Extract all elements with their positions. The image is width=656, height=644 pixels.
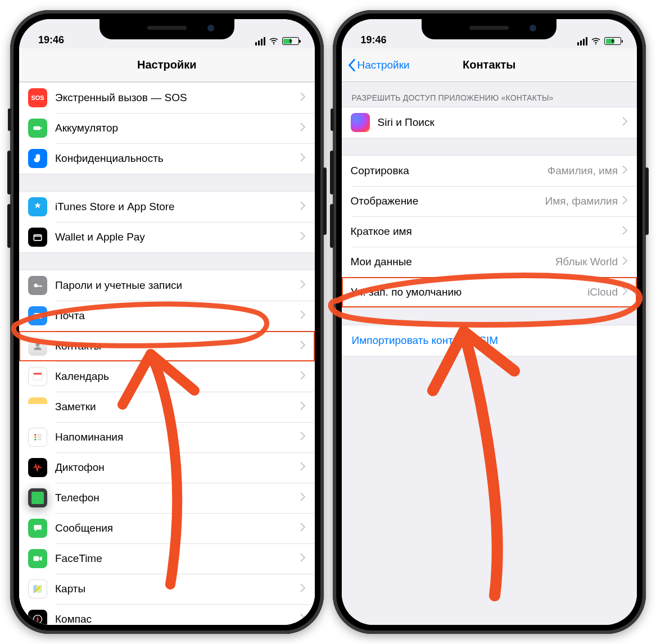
svg-rect-3 <box>34 235 41 241</box>
row-contacts[interactable]: Контакты <box>19 331 315 361</box>
chevron-right-icon <box>622 226 628 237</box>
row-messages[interactable]: Сообщения <box>19 513 315 543</box>
chevron-right-icon <box>300 553 306 564</box>
volume-down-button[interactable] <box>330 204 334 248</box>
row-import-sim[interactable]: Импортировать контакты SIM <box>342 325 637 356</box>
settings-list[interactable]: SOS Экстренный вызов — SOS Аккумулятор К… <box>19 82 315 625</box>
contacts-settings[interactable]: РАЗРЕШИТЬ ДОСТУП ПРИЛОЖЕНИЮ «КОНТАКТЫ» S… <box>342 82 637 625</box>
svg-rect-1 <box>34 126 41 130</box>
chevron-right-icon <box>300 401 306 412</box>
chevron-right-icon <box>300 232 306 243</box>
row-sort-order[interactable]: Сортировка Фамилия, имя <box>342 156 637 186</box>
svg-rect-16 <box>34 556 39 561</box>
row-display-order[interactable]: Отображение Имя, фамилия <box>342 186 637 216</box>
notch <box>99 19 234 39</box>
svg-rect-14 <box>37 437 42 438</box>
row-privacy[interactable]: Конфиденциальность <box>19 143 315 174</box>
row-facetime[interactable]: FaceTime <box>19 543 315 574</box>
phone-left: 19:46 Настройки SOS Экстренный вызов — S… <box>10 10 324 634</box>
page-title: Контакты <box>463 58 515 71</box>
row-notes[interactable]: Заметки <box>19 392 315 422</box>
nav-bar: Настройки Контакты <box>342 48 637 82</box>
row-voice-memos[interactable]: Диктофон <box>19 452 315 483</box>
status-time: 19:46 <box>361 34 387 46</box>
svg-point-18 <box>595 43 596 44</box>
mute-switch[interactable] <box>8 108 11 131</box>
row-calendar[interactable]: Календарь <box>19 361 315 392</box>
wallet-icon <box>28 228 47 247</box>
chevron-right-icon <box>300 462 306 473</box>
notch <box>422 19 557 39</box>
svg-point-4 <box>34 284 38 288</box>
chevron-right-icon <box>300 583 306 595</box>
section-header: РАЗРЕШИТЬ ДОСТУП ПРИЛОЖЕНИЮ «КОНТАКТЫ» <box>342 82 637 107</box>
row-compass[interactable]: Компас <box>19 604 315 625</box>
nav-bar: Настройки <box>19 48 315 82</box>
chevron-right-icon <box>300 371 306 382</box>
sos-icon: SOS <box>28 88 47 107</box>
chevron-right-icon <box>300 432 306 443</box>
notes-icon <box>28 397 47 416</box>
power-button[interactable] <box>645 167 649 235</box>
reminders-icon <box>28 428 47 447</box>
row-itunes-appstore[interactable]: iTunes Store и App Store <box>19 192 315 222</box>
svg-point-6 <box>36 343 40 347</box>
row-maps[interactable]: Карты <box>19 574 315 604</box>
calendar-icon <box>28 367 47 386</box>
phone-right: 19:46 Настройки Контакты РАЗРЕШИТЬ ДОСТУ… <box>333 10 646 634</box>
svg-rect-2 <box>41 127 42 129</box>
svg-rect-13 <box>37 434 42 436</box>
screen: 19:46 Настройки SOS Экстренный вызов — S… <box>19 19 315 625</box>
chevron-right-icon <box>300 310 306 321</box>
svg-point-12 <box>34 439 36 441</box>
battery-icon <box>282 37 299 45</box>
chevron-right-icon <box>622 165 628 176</box>
mail-icon <box>28 306 47 325</box>
screen: 19:46 Настройки Контакты РАЗРЕШИТЬ ДОСТУ… <box>342 19 637 625</box>
cellular-icon <box>577 37 587 46</box>
phone-icon <box>28 488 47 507</box>
row-short-name[interactable]: Краткое имя <box>342 216 637 247</box>
mute-switch[interactable] <box>331 108 334 131</box>
chevron-right-icon <box>300 614 306 625</box>
row-emergency-sos[interactable]: SOS Экстренный вызов — SOS <box>19 83 315 113</box>
volume-down-button[interactable] <box>7 204 11 248</box>
svg-rect-8 <box>34 375 42 380</box>
battery-icon <box>604 37 621 45</box>
messages-icon <box>28 519 47 538</box>
volume-up-button[interactable] <box>330 151 334 194</box>
maps-icon <box>28 579 47 598</box>
chevron-right-icon <box>300 153 306 164</box>
row-default-account[interactable]: Уч. зап. по умолчанию iCloud <box>342 277 637 307</box>
chevron-right-icon <box>622 117 628 128</box>
back-button[interactable]: Настройки <box>347 59 410 71</box>
row-my-info[interactable]: Мои данные Яблык World <box>342 247 637 277</box>
row-wallet[interactable]: Wallet и Apple Pay <box>19 222 315 252</box>
back-label: Настройки <box>358 59 410 71</box>
chevron-right-icon <box>300 201 306 212</box>
facetime-icon <box>28 549 47 568</box>
svg-point-0 <box>273 43 274 44</box>
hand-icon <box>28 149 47 168</box>
chevron-right-icon <box>622 287 628 298</box>
row-siri-search[interactable]: Siri и Поиск <box>342 107 637 138</box>
row-reminders[interactable]: Напоминания <box>19 422 315 452</box>
row-battery[interactable]: Аккумулятор <box>19 113 315 143</box>
status-time: 19:46 <box>38 34 64 46</box>
volume-up-button[interactable] <box>7 151 11 194</box>
page-title: Настройки <box>137 58 197 71</box>
svg-point-10 <box>34 434 36 436</box>
wifi-icon <box>269 36 279 46</box>
chevron-right-icon <box>300 123 306 134</box>
contacts-icon <box>28 337 47 356</box>
row-mail[interactable]: Почта <box>19 301 315 331</box>
key-icon <box>28 276 47 295</box>
svg-rect-7 <box>34 373 42 374</box>
row-phone[interactable]: Телефон <box>19 483 315 513</box>
siri-icon <box>351 113 370 132</box>
row-passwords[interactable]: Пароли и учетные записи <box>19 270 315 301</box>
power-button[interactable] <box>323 167 327 235</box>
appstore-icon <box>28 197 47 216</box>
cellular-icon <box>255 37 265 46</box>
svg-point-11 <box>34 436 36 438</box>
